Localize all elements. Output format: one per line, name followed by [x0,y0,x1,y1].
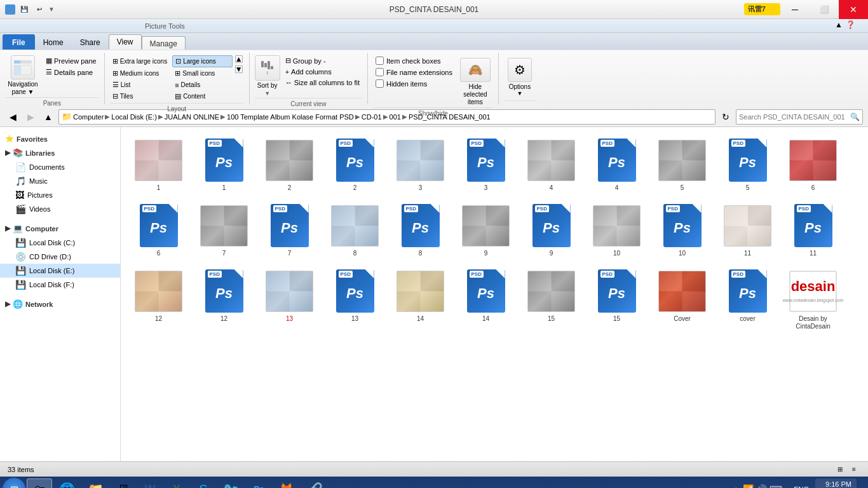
hidden-items-toggle[interactable]: Hidden items [373,78,455,89]
sidebar-item-f[interactable]: 💾 Local Disk (F:) [0,278,120,292]
file-item-23[interactable]: 12 [128,266,189,334]
sidebar-item-videos[interactable]: 🎬 Videos [0,202,120,216]
hidden-items-checkbox[interactable] [376,79,384,88]
layout-scroll-up[interactable]: ▲ [235,55,243,63]
file-item-22[interactable]: PSD Ps 11 [783,200,843,261]
close-button[interactable]: ✕ [839,0,868,19]
refresh-button[interactable]: ↻ [718,109,733,125]
large-icons-button[interactable]: ⊡ Large icons [172,55,232,67]
file-item-31[interactable]: Cover [652,266,712,334]
file-item-27[interactable]: 14 [390,266,451,334]
hide-selected-button[interactable]: 🙈 [460,58,491,82]
up-button[interactable]: ▲ [41,109,56,125]
file-item-15[interactable]: 8 [325,200,385,261]
clock[interactable]: 9:16 PM 1/31/2013 [815,478,857,488]
file-item-4[interactable]: PSD Ps 2 [325,135,385,195]
sidebar-item-c[interactable]: 💾 Local Disk (C:) [0,236,120,250]
file-item-26[interactable]: PSD Ps 13 [325,266,385,334]
file-item-2[interactable]: PSD Ps 1 [194,135,254,195]
file-item-21[interactable]: 11 [717,200,778,261]
file-item-32[interactable]: PSD Ps cover [717,266,778,334]
taskbar-photoshop[interactable]: Ps [246,478,271,488]
file-item-19[interactable]: 10 [587,200,647,261]
item-checkboxes-checkbox[interactable] [376,57,384,65]
search-input[interactable] [739,113,848,121]
details-button[interactable]: ≡ Details [172,79,232,90]
favorites-section[interactable]: ⭐ Favorites [0,132,120,146]
small-icons-button[interactable]: ⊞ Small icons [172,68,232,79]
file-item-10[interactable]: PSD Ps 5 [717,135,778,195]
tab-manage[interactable]: Manage [142,36,186,50]
tab-file[interactable]: File [3,34,35,50]
status-detail-view[interactable]: ≡ [848,464,860,475]
file-item-24[interactable]: PSD Ps 12 [194,266,254,334]
tab-share[interactable]: Share [72,34,109,50]
file-item-20[interactable]: PSD Ps 10 [652,200,712,261]
file-item-3[interactable]: 2 [259,135,320,195]
file-item-7[interactable]: 4 [521,135,581,195]
ribbon-expand-button[interactable]: ▲ [835,20,843,29]
sidebar-item-pictures[interactable]: 🖼 Pictures [0,188,120,202]
item-checkboxes-toggle[interactable]: Item check boxes [373,55,455,66]
tab-view[interactable]: View [109,34,142,50]
file-item-9[interactable]: 5 [652,135,712,195]
file-item-8[interactable]: PSD Ps 4 [587,135,647,195]
medium-icons-button[interactable]: ⊞ Medium icons [110,68,170,79]
address-jualan[interactable]: JUALAN ONLINE [165,113,219,121]
tray-input[interactable]: ⌨ [770,484,782,488]
add-columns-button[interactable]: + Add columns [283,67,362,77]
file-name-extensions-toggle[interactable]: File name extensions [373,67,455,78]
sort-by-button[interactable]: ↕ [255,55,280,81]
address-computer[interactable]: Computer [73,113,104,121]
file-item-14[interactable]: PSD Ps 7 [259,200,320,261]
navigation-pane-button[interactable]: Navigationpane ▼ [5,55,41,96]
group-by-button[interactable]: ⊟ Group by - [283,55,362,66]
undo-button[interactable]: ↩ [33,3,46,16]
taskbar-idm[interactable]: 🔗 [301,478,329,488]
size-columns-button[interactable]: ↔ Size all columns to fit [283,78,362,88]
taskbar-firefox[interactable]: 🦊 [273,478,300,488]
file-item-13[interactable]: 7 [194,200,254,261]
taskbar-folder2[interactable]: 📁 [82,478,109,488]
file-item-16[interactable]: PSD Ps 8 [390,200,451,261]
taskbar-excel[interactable]: X [164,478,189,488]
sidebar-item-e[interactable]: 💾 Local Disk (E:) [0,264,120,278]
taskbar-explorer[interactable]: 🗂 [27,478,52,488]
tab-home[interactable]: Home [35,34,72,50]
start-button[interactable]: ⊞ [3,478,25,488]
tray-network[interactable]: 📶 [743,484,754,488]
search-bar[interactable]: 🔍 [736,109,863,125]
minimize-button[interactable]: 💾 [18,3,31,16]
layout-scroll-down[interactable]: ▼ [235,65,243,73]
sidebar-item-documents[interactable]: 📄 Documents [0,160,120,174]
file-name-extensions-checkbox[interactable] [376,68,384,76]
forward-button[interactable]: ▶ [23,109,38,125]
libraries-section[interactable]: ▶ 📚 Libraries [0,146,120,160]
help-button[interactable]: ❓ [846,20,855,29]
file-item-1[interactable]: 1 [128,135,189,195]
taskbar-app[interactable]: 🐦 [217,478,245,488]
tiles-button[interactable]: ⊟ Tiles [110,91,170,102]
computer-section[interactable]: ▶ 💻 Computer [0,221,120,236]
taskbar-skype[interactable]: S [191,478,216,488]
file-item-30[interactable]: PSD Ps 15 [587,266,647,334]
sidebar-item-music[interactable]: 🎵 Music [0,174,120,188]
options-button[interactable]: ⚙ Options ▼ [504,55,536,99]
file-item-5[interactable]: 3 [390,135,451,195]
details-pane-button[interactable]: ☰ Details pane [43,67,99,78]
file-item-28[interactable]: PSD Ps 14 [456,266,516,334]
preview-pane-button[interactable]: ▦ Preview pane [43,55,99,66]
file-item-12[interactable]: PSD Ps 6 [128,200,189,261]
file-item-29[interactable]: 15 [521,266,581,334]
minimize-window-button[interactable]: ─ [780,0,810,19]
list-button[interactable]: ☰ List [110,79,170,90]
file-item-25[interactable]: 13 [259,266,320,334]
tray-volume[interactable]: 🔊 [756,484,767,488]
tray-arrow[interactable]: ▲ [731,484,740,488]
taskbar-word[interactable]: W [137,478,163,488]
options-arrow[interactable]: ▼ [517,90,522,97]
network-section[interactable]: ▶ 🌐 Network [0,297,120,311]
taskbar-desktop[interactable]: 🖥 [111,478,136,488]
address-template[interactable]: 100 Template Album Kolase Format PSD [227,113,354,121]
status-large-view[interactable]: ⊞ [834,464,846,475]
